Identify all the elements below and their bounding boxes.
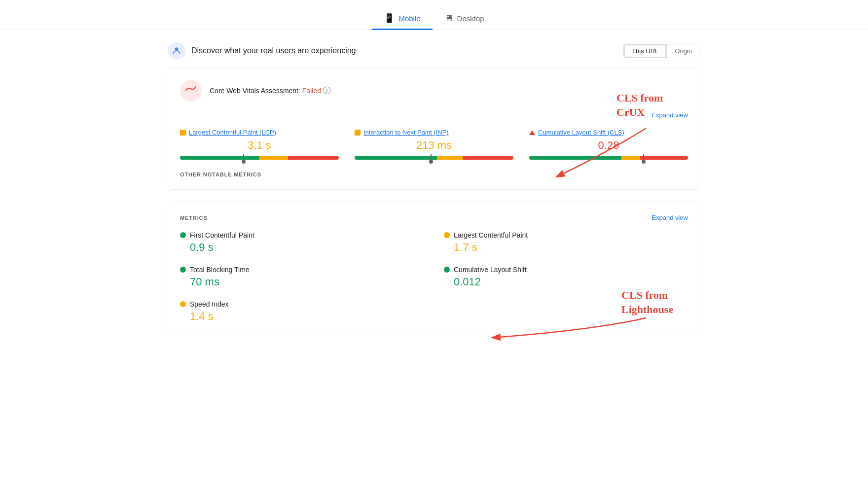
metrics-section-label: METRICS bbox=[180, 215, 208, 221]
bar-red bbox=[463, 156, 513, 160]
cwv-metric-lcp: Largest Contentful Paint (LCP) 3.1 s bbox=[180, 129, 339, 160]
cwv-metrics-grid: Largest Contentful Paint (LCP) 3.1 s Int… bbox=[180, 129, 688, 160]
tab-bar: 📱 Mobile 🖥 Desktop bbox=[0, 0, 868, 30]
cwv-header: Core Web Vitals Assessment: Failed ⓘ bbox=[180, 80, 688, 102]
bar-green bbox=[180, 156, 259, 160]
this-url-button[interactable]: This URL bbox=[624, 44, 667, 58]
tbt-dot bbox=[180, 267, 186, 273]
bar-red bbox=[288, 156, 339, 160]
lh-metric-si: Speed Index 1.4 s bbox=[180, 300, 424, 323]
bar-red bbox=[640, 156, 688, 160]
fcp-value: 0.9 s bbox=[180, 241, 424, 254]
cwv-title-prefix: Core Web Vitals Assessment: bbox=[210, 87, 302, 95]
lh-metrics-grid: First Contentful Paint 0.9 s Largest Con… bbox=[180, 231, 688, 323]
tbt-name: Total Blocking Time bbox=[190, 266, 250, 274]
expand-row: Expand view bbox=[180, 111, 688, 119]
cls-bar-container bbox=[529, 156, 688, 160]
cls2-dot bbox=[444, 267, 450, 273]
lh-metric-cls2: Cumulative Layout Shift 0.012 bbox=[444, 266, 688, 288]
lcp-icon bbox=[180, 130, 186, 136]
lh-metric-fcp: First Contentful Paint 0.9 s bbox=[180, 231, 424, 254]
origin-button[interactable]: Origin bbox=[667, 44, 700, 58]
bar-orange bbox=[437, 156, 463, 160]
lighthouse-card: METRICS Expand view First Contentful Pai… bbox=[168, 202, 700, 335]
lcp-bar-track bbox=[180, 156, 339, 160]
lh-metric-lcp2: Largest Contentful Paint 1.7 s bbox=[444, 231, 688, 254]
bar-green bbox=[529, 156, 621, 160]
si-value: 1.4 s bbox=[180, 310, 424, 323]
inp-bar-track bbox=[355, 156, 513, 160]
inp-needle bbox=[431, 154, 432, 162]
tab-mobile[interactable]: 📱 Mobile bbox=[372, 8, 432, 30]
cls2-value: 0.012 bbox=[444, 276, 688, 288]
lcp2-name: Largest Contentful Paint bbox=[454, 231, 528, 239]
cls-icon bbox=[529, 130, 535, 135]
lighthouse-expand-link[interactable]: Expand view bbox=[651, 214, 688, 221]
si-dot bbox=[180, 301, 186, 307]
help-icon[interactable]: ⓘ bbox=[323, 86, 331, 95]
fcp-header: First Contentful Paint bbox=[180, 231, 424, 239]
cwv-title-row: Core Web Vitals Assessment: Failed ⓘ bbox=[210, 86, 331, 96]
si-name: Speed Index bbox=[190, 300, 229, 308]
lcp-label[interactable]: Largest Contentful Paint (LCP) bbox=[180, 129, 339, 136]
cwv-card: Core Web Vitals Assessment: Failed ⓘ Exp… bbox=[168, 68, 700, 190]
lcp-value: 3.1 s bbox=[180, 139, 339, 152]
cwv-metric-inp: Interaction to Next Paint (INP) 213 ms bbox=[355, 129, 513, 160]
lcp-needle bbox=[243, 154, 244, 162]
section-title: Discover what your real users are experi… bbox=[191, 46, 356, 55]
tab-desktop[interactable]: 🖥 Desktop bbox=[433, 8, 496, 30]
inp-bar-container bbox=[355, 156, 513, 160]
url-origin-toggle: This URL Origin bbox=[623, 44, 700, 58]
tbt-value: 70 ms bbox=[180, 276, 424, 288]
lighthouse-card-header: METRICS Expand view bbox=[180, 214, 688, 221]
cls-bar-track bbox=[529, 156, 688, 160]
inp-label[interactable]: Interaction to Next Paint (INP) bbox=[355, 129, 513, 136]
desktop-icon: 🖥 bbox=[444, 13, 453, 24]
cwv-icon bbox=[180, 80, 202, 102]
fcp-dot bbox=[180, 232, 186, 238]
tab-mobile-label: Mobile bbox=[398, 14, 420, 23]
cwv-metric-cls: Cumulative Layout Shift (CLS) 0.28 bbox=[529, 129, 688, 160]
mobile-icon: 📱 bbox=[384, 13, 395, 24]
lh-metric-tbt: Total Blocking Time 70 ms bbox=[180, 266, 424, 288]
tbt-header: Total Blocking Time bbox=[180, 266, 424, 274]
inp-icon bbox=[355, 130, 361, 136]
section-title-row: Discover what your real users are experi… bbox=[168, 42, 356, 60]
cls2-name: Cumulative Layout Shift bbox=[454, 266, 527, 274]
cls-needle bbox=[643, 154, 644, 162]
cls2-header: Cumulative Layout Shift bbox=[444, 266, 688, 274]
cwv-status: Failed bbox=[302, 87, 321, 95]
inp-value: 213 ms bbox=[355, 139, 513, 152]
fcp-name: First Contentful Paint bbox=[190, 231, 254, 239]
crux-icon bbox=[168, 42, 185, 60]
si-header: Speed Index bbox=[180, 300, 424, 308]
bar-green bbox=[355, 156, 437, 160]
tab-desktop-label: Desktop bbox=[457, 14, 484, 23]
main-content: Discover what your real users are experi… bbox=[148, 42, 720, 335]
cls-value: 0.28 bbox=[529, 139, 688, 152]
lcp2-header: Largest Contentful Paint bbox=[444, 231, 688, 239]
section-header: Discover what your real users are experi… bbox=[168, 42, 700, 60]
cls-label[interactable]: Cumulative Layout Shift (CLS) bbox=[529, 129, 688, 136]
bar-orange bbox=[621, 156, 641, 160]
lcp2-value: 1.7 s bbox=[444, 241, 688, 254]
other-metrics-label: OTHER NOTABLE METRICS bbox=[180, 172, 688, 177]
lcp-bar-container bbox=[180, 156, 339, 160]
svg-point-0 bbox=[175, 47, 179, 51]
lcp2-dot bbox=[444, 232, 450, 238]
expand-view-link[interactable]: Expand view bbox=[651, 111, 688, 119]
bar-orange bbox=[259, 156, 288, 160]
